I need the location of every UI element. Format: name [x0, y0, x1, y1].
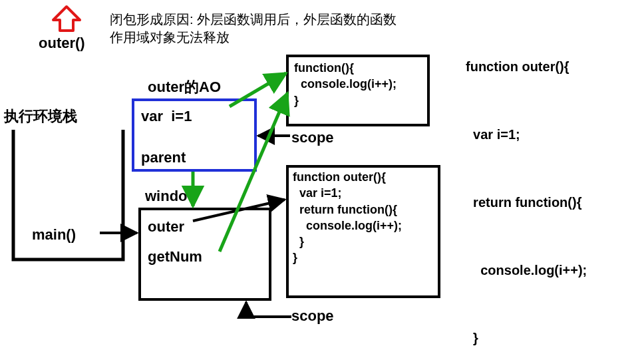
inner-fn-box: function(){ console.log(i++); }	[286, 55, 430, 126]
outer-call-label: outer()	[39, 33, 85, 53]
code-line: var i=1;	[466, 123, 593, 146]
explanation-text: 闭包形成原因: 外层函数调用后，外层函数的函数 作用域对象无法释放	[110, 11, 397, 47]
code-line: function outer(){	[466, 55, 593, 78]
ao-box: var i=1 parent	[132, 98, 257, 172]
window-box: outer getNum	[138, 208, 271, 301]
window-label: window	[145, 186, 199, 206]
code-listing: function outer(){ var i=1; return functi…	[466, 10, 593, 358]
ao-title: outer的AO	[148, 77, 221, 97]
scope-label-2: scope	[291, 306, 334, 326]
ao-var-i: var i=1	[141, 106, 192, 126]
code-line: console.log(i++);	[466, 259, 593, 281]
window-outer: outer	[148, 217, 184, 237]
ao-parent: parent	[141, 148, 186, 168]
scope-label-1: scope	[291, 128, 334, 148]
main-label: main()	[32, 225, 76, 245]
closure-diagram: { "topLeft": { "outerCall": "outer()", "…	[0, 0, 644, 358]
code-line: }	[466, 327, 593, 349]
exec-stack-label: 执行环境栈	[4, 106, 77, 126]
code-line: return function(){	[466, 191, 593, 214]
outer-fn-code: function outer(){ var i=1; return functi…	[293, 169, 402, 266]
inner-fn-code: function(){ console.log(i++); }	[294, 60, 397, 108]
window-getnum: getNum	[148, 247, 202, 267]
outer-fn-box: function outer(){ var i=1; return functi…	[286, 165, 440, 298]
